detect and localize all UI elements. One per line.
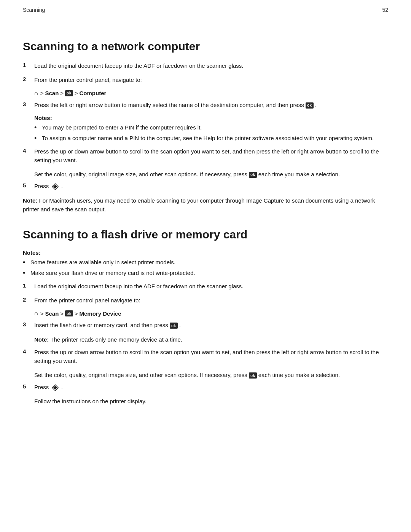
section1-bottom-note: Note: For Macintosh users, you may need … [23,196,388,214]
s2-step-number-5: 5 [23,383,34,390]
start-icon-1 [51,183,59,190]
section2-step4-subpara: Set the color, quality, original image s… [34,371,388,379]
bullet-icon-3: • [23,258,27,267]
start-icon-2 [51,384,59,391]
note-text: For Macintosh users, you may need to ena… [23,197,375,212]
section2-note-text-2: Make sure your flash drive or memory car… [30,269,195,278]
s2-step-number-2: 2 [23,296,34,303]
s2-step-number-1: 1 [23,282,34,289]
section1-step3: 3 Press the left or right arrow button t… [23,101,388,109]
section2-step4: 4 Press the up or down arrow button to s… [23,348,388,366]
s2-step5-press-label: Press [34,384,51,390]
note-label: Note: [23,197,37,204]
s2-note-step3-text: The printer reads only one memory device… [50,336,182,343]
section2-step2: 2 From the printer control panel navigat… [23,296,388,305]
section1-step5: 5 Press . [23,182,388,190]
s2-note-step3-label: Note: [34,336,49,343]
step5-press-label: Press [34,183,51,189]
s2-nav-arrow3: > [75,310,78,317]
step5-end: . [61,183,63,189]
nav-arrow3: > [75,90,78,96]
bullet-icon-1: • [34,123,39,132]
step3-text: Press the left or right arrow button to … [34,101,388,109]
page-header: Scanning 52 [0,0,411,17]
step3-end: . [315,102,317,108]
step-number-2: 2 [23,76,34,82]
section1-step2: 2 From the printer control panel, naviga… [23,75,388,84]
s2-nav-arrow1: > [40,310,44,317]
section2-step1: 1 Load the original document faceup into… [23,282,388,291]
section2-note-step3: Note: The printer reads only one memory … [34,335,388,344]
section1-step1: 1 Load the original document faceup into… [23,61,388,70]
s2-step-number-3: 3 [23,321,34,328]
s2-step3-text: Insert the flash drive or memory card, a… [34,321,388,329]
section1-step4: 4 Press the up or down arrow button to s… [23,147,388,165]
home-icon-2: ⌂ [34,310,38,317]
s2-nav-memory-device: Memory Device [80,310,121,317]
s2-step4-text: Press the up or down arrow button to scr… [34,348,388,366]
s2-sub-para-text: Set the color, quality, original image s… [34,372,247,378]
s2-step1-text: Load the original document faceup into t… [34,282,388,291]
section2-step3: 3 Insert the flash drive or memory card,… [23,321,388,329]
s2-step5-text: Press . [34,383,388,391]
nav-arrow1: > [40,90,44,96]
section2-note-item-1: • Some features are available only in se… [23,258,388,267]
section2-notes-list: • Some features are available only in se… [23,258,388,278]
bullet-icon-2: • [34,134,39,143]
sub-para-end: each time you make a selection. [258,171,340,177]
section1-nav-path: ⌂ > Scan > ok > Computer [34,90,388,97]
home-icon: ⌂ [34,90,38,97]
section2-notes-top: Notes: • Some features are available onl… [23,249,388,278]
step-number-1: 1 [23,62,34,68]
section2-note-text-1: Some features are available only in sele… [30,258,175,267]
note-item-1: • You may be prompted to enter a PIN if … [34,123,388,132]
step4-text: Press the up or down arrow button to scr… [34,147,388,165]
nav-computer: Computer [80,90,107,96]
followup-text: Follow the instructions on the printer d… [34,398,147,404]
main-content: Scanning to a network computer 1 Load th… [0,17,411,424]
section1-notes: Notes: • You may be prompted to enter a … [34,115,388,143]
step2-text: From the printer control panel, navigate… [34,75,388,84]
nav-arrow2: > [60,90,64,96]
section2-nav-path: ⌂ > Scan > ok > Memory Device [34,310,388,317]
ok-button-sub-para: ok [249,172,257,178]
step-number-3: 3 [23,101,34,107]
note-text-1: You may be prompted to enter a PIN if th… [42,123,202,132]
section2-followup: Follow the instructions on the printer d… [34,397,388,406]
note-item-2: • To assign a computer name and a PIN to… [34,134,388,143]
step5-text: Press . [34,182,388,190]
section2-notes-title: Notes: [23,249,388,256]
ok-button-nav2: ok [65,310,73,316]
sub-para-text: Set the color, quality, original image s… [34,171,247,177]
section1-step4-subpara: Set the color, quality, original image s… [34,170,388,179]
ok-button-sub-para-s2: ok [249,372,257,379]
s2-step5-end: . [61,384,63,390]
ok-button-step3-s2: ok [170,323,178,329]
step-number-4: 4 [23,147,34,154]
section1-title: Scanning to a network computer [23,40,388,53]
ok-button-step3: ok [306,102,314,109]
page: Scanning 52 Scanning to a network comput… [0,0,411,532]
notes-title: Notes: [34,115,388,121]
section2-note-item-2: • Make sure your flash drive or memory c… [23,269,388,278]
header-section-title: Scanning [23,7,45,13]
ok-button-nav1: ok [65,90,73,96]
s2-sub-para-end: each time you make a selection. [258,372,340,378]
step-number-5: 5 [23,182,34,189]
note-text-2: To assign a computer name and a PIN to t… [42,134,374,143]
s2-step-number-4: 4 [23,348,34,355]
step3-text-content: Press the left or right arrow button to … [34,102,304,108]
notes-list: • You may be prompted to enter a PIN if … [34,123,388,143]
section2-title: Scanning to a flash drive or memory card [23,228,388,241]
section2: Scanning to a flash drive or memory card… [23,228,388,406]
s2-nav-scan: Scan [45,310,59,317]
page-number: 52 [382,7,388,13]
nav-scan: Scan [45,90,59,96]
bullet-icon-4: • [23,269,27,278]
s2-step3-text-content: Insert the flash drive or memory card, a… [34,322,168,328]
s2-step2-text: From the printer control panel navigate … [34,296,388,305]
section2-step5: 5 Press . [23,383,388,391]
s2-step3-end: . [179,322,181,328]
s2-nav-arrow2: > [60,310,64,317]
step1-text: Load the original document faceup into t… [34,61,388,70]
